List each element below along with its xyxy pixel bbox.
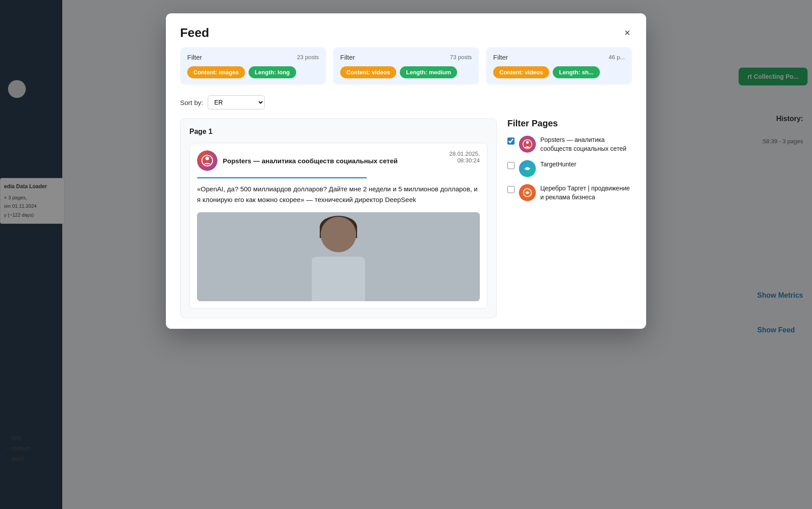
filter-card-1-count: 23 posts bbox=[297, 54, 319, 61]
filter-card-2-header: Filter 73 posts bbox=[340, 53, 472, 61]
filter-page-checkbox-targethunter[interactable] bbox=[507, 162, 515, 169]
svg-point-4 bbox=[526, 167, 529, 170]
filter-card-1: Filter 23 posts Content: images Length: … bbox=[180, 47, 326, 85]
sort-row: Sort by: ER Date Likes Comments bbox=[180, 95, 632, 109]
filter-cards-row: Filter 23 posts Content: images Length: … bbox=[180, 47, 632, 85]
post-header: Popsters — аналитика сообществ социальны… bbox=[197, 150, 480, 171]
filter-tag-length-long[interactable]: Length: long bbox=[249, 66, 296, 78]
person-image-placeholder bbox=[197, 212, 480, 301]
svg-point-3 bbox=[526, 141, 529, 144]
main-content-row: Page 1 bbox=[180, 118, 632, 318]
filter-page-icon-popsters bbox=[519, 136, 536, 153]
post-text: «OpenAI, да? 500 миллиардов долларов? Да… bbox=[197, 184, 480, 205]
filter-tag-content-videos-2[interactable]: Content: videos bbox=[340, 66, 396, 78]
filter-card-3-header: Filter 46 p... bbox=[493, 53, 625, 61]
modal-backdrop: Feed × Filter 23 posts Content: images L… bbox=[0, 0, 812, 509]
filter-card-2-label: Filter bbox=[340, 53, 355, 61]
filter-card-1-tags: Content: images Length: long bbox=[187, 66, 319, 78]
filter-tag-length-short[interactable]: Length: sh... bbox=[553, 66, 599, 78]
modal-body: Filter 23 posts Content: images Length: … bbox=[166, 47, 646, 329]
svg-point-6 bbox=[527, 192, 529, 194]
svg-point-1 bbox=[205, 157, 209, 160]
filter-pages-panel: Filter Pages Popsters — аналитика сообще… bbox=[507, 118, 632, 209]
filter-card-3-tags: Content: videos Length: sh... bbox=[493, 66, 625, 78]
targethunter-logo-icon bbox=[523, 164, 532, 174]
post-date: 28.01.2025, 08:30:24 bbox=[449, 150, 480, 164]
filter-page-item-popsters: Popsters — аналитика сообществ социальны… bbox=[507, 136, 632, 153]
modal-close-button[interactable]: × bbox=[623, 26, 632, 40]
filter-tag-content-images[interactable]: Content: images bbox=[187, 66, 245, 78]
person-body bbox=[312, 257, 365, 301]
post-image bbox=[197, 212, 480, 301]
filter-card-3-count: 46 p... bbox=[609, 54, 625, 61]
filter-page-name-popsters: Popsters — аналитика сообществ социальны… bbox=[540, 136, 632, 153]
filter-card-2-tags: Content: videos Length: medium bbox=[340, 66, 472, 78]
filter-card-3-label: Filter bbox=[493, 53, 508, 61]
filter-card-1-label: Filter bbox=[187, 53, 202, 61]
filter-page-icon-targethunter bbox=[519, 160, 536, 177]
sort-by-label: Sort by: bbox=[180, 99, 203, 106]
filter-page-icon-cerebro bbox=[519, 184, 536, 201]
filter-tag-content-videos-3[interactable]: Content: videos bbox=[493, 66, 549, 78]
filter-page-checkbox-cerebro[interactable] bbox=[507, 186, 515, 193]
filter-pages-title: Filter Pages bbox=[507, 118, 632, 129]
filter-page-name-targethunter: TargetHunter bbox=[540, 160, 576, 169]
filter-card-1-header: Filter 23 posts bbox=[187, 53, 319, 61]
popsters-logo-icon bbox=[522, 139, 533, 149]
post-avatar bbox=[197, 150, 217, 171]
filter-tag-length-medium[interactable]: Length: medium bbox=[400, 66, 457, 78]
modal-header: Feed × bbox=[166, 13, 646, 47]
filter-page-item-cerebro: Церебро Таргет | продвижение и реклама б… bbox=[507, 184, 632, 202]
filter-card-2-count: 73 posts bbox=[450, 54, 472, 61]
sort-select[interactable]: ER Date Likes Comments bbox=[208, 95, 265, 109]
post-avatar-icon bbox=[201, 154, 213, 167]
person-head bbox=[321, 217, 356, 252]
feed-panel: Page 1 bbox=[180, 118, 497, 318]
filter-card-2: Filter 73 posts Content: videos Length: … bbox=[333, 47, 479, 85]
filter-page-checkbox-popsters[interactable] bbox=[507, 137, 515, 145]
post-author-name: Popsters — аналитика сообществ социальны… bbox=[223, 156, 398, 166]
filter-page-name-cerebro: Церебро Таргет | продвижение и реклама б… bbox=[540, 184, 632, 202]
filter-page-item-targethunter: TargetHunter bbox=[507, 160, 632, 177]
modal-title: Feed bbox=[180, 26, 209, 40]
post-card: Popsters — аналитика сообществ социальны… bbox=[189, 143, 487, 309]
post-link-bar bbox=[197, 177, 367, 178]
feed-modal: Feed × Filter 23 posts Content: images L… bbox=[166, 13, 646, 329]
filter-card-3: Filter 46 p... Content: videos Length: s… bbox=[486, 47, 632, 85]
post-avatar-inner bbox=[197, 150, 217, 171]
page-label: Page 1 bbox=[189, 128, 487, 136]
post-author-info: Popsters — аналитика сообществ социальны… bbox=[197, 150, 398, 171]
cerebro-logo-icon bbox=[523, 188, 532, 198]
